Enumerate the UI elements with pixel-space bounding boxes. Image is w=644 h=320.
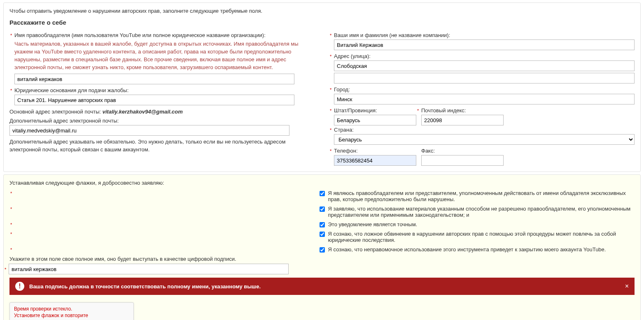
recaptcha-widget: Время проверки истекло. Установите флажо… — [9, 302, 134, 320]
signature-input[interactable] — [9, 264, 289, 274]
alert-text: Ваша подпись должна в точности соответст… — [29, 283, 261, 290]
check-false-claim[interactable] — [320, 232, 325, 237]
about-you-section: Чтобы отправить уведомление о нарушении … — [3, 2, 641, 172]
fullname-input[interactable] — [334, 39, 635, 50]
zip-label: Почтовый индекс: — [421, 107, 466, 114]
owner-name-label: Имя правообладателя (имя пользователя Yo… — [14, 32, 266, 38]
state-label: Штат/Провинция: — [334, 107, 377, 114]
check-accurate-label: Это уведомление является точным. — [328, 221, 635, 227]
alt-email-input[interactable] — [9, 125, 289, 136]
country-select[interactable]: Беларусь — [334, 134, 635, 145]
fax-label: Факс: — [421, 148, 435, 154]
check-owner-label: Я являюсь правообладателем или представи… — [328, 190, 635, 202]
signature-label: Укажите в этом поле свое полное имя, оно… — [9, 256, 635, 262]
street-label: Адрес (улица): — [334, 53, 371, 59]
state-input[interactable] — [334, 115, 416, 125]
legal-basis-input[interactable] — [14, 95, 294, 105]
intro-text: Чтобы отправить уведомление о нарушении … — [9, 8, 635, 14]
phone-label: Телефон: — [334, 148, 358, 154]
check-owner[interactable] — [320, 191, 325, 196]
declarations-intro: Устанавливая следующие флажки, я добросо… — [9, 180, 635, 186]
primary-email-value: vitaliy.kerzhakov94@gmail.com — [103, 109, 183, 115]
alert-signature-mismatch: ! Ваша подпись должна в точности соответ… — [9, 278, 635, 295]
declarations-section: Устанавливая следующие флажки, я добросо… — [3, 174, 641, 320]
alt-email-label: Дополнительный адрес электронной почты: — [9, 118, 119, 124]
zip-input[interactable] — [421, 115, 504, 125]
fullname-label: Ваши имя и фамилия (не название компании… — [334, 32, 450, 38]
owner-name-input[interactable] — [14, 74, 294, 84]
check-unauthorized-label: Я заявляю, что использование материалов … — [328, 206, 635, 218]
alert-close-icon[interactable]: × — [625, 283, 629, 290]
phone-input[interactable] — [334, 155, 416, 166]
alt-email-help: Дополнительный адрес указывать не обязат… — [9, 136, 315, 153]
section-heading: Расскажите о себе — [9, 19, 635, 26]
alert-icon: ! — [15, 282, 24, 291]
owner-warning: Часть материалов, указанных в вашей жало… — [14, 40, 315, 71]
street2-input[interactable] — [334, 73, 635, 83]
legal-basis-label: Юридические основания для подачи жалобы: — [14, 87, 128, 93]
street-input[interactable] — [334, 60, 635, 71]
city-input[interactable] — [334, 94, 635, 104]
primary-email-label: Основной адрес электронной почты: — [9, 109, 103, 115]
fax-input[interactable] — [421, 155, 504, 166]
check-accurate[interactable] — [320, 222, 325, 227]
check-false-claim-label: Я сознаю, что ложное обвинение в нарушен… — [328, 231, 635, 243]
city-label: Город: — [334, 86, 350, 93]
check-account-termination-label: Я сознаю, что неправомочное использовани… — [328, 246, 635, 253]
check-account-termination[interactable] — [320, 247, 325, 253]
country-label: Страна: — [334, 127, 354, 133]
check-unauthorized[interactable] — [320, 206, 325, 212]
recaptcha-expired-text: Время проверки истекло. Установите флажо… — [14, 306, 92, 320]
